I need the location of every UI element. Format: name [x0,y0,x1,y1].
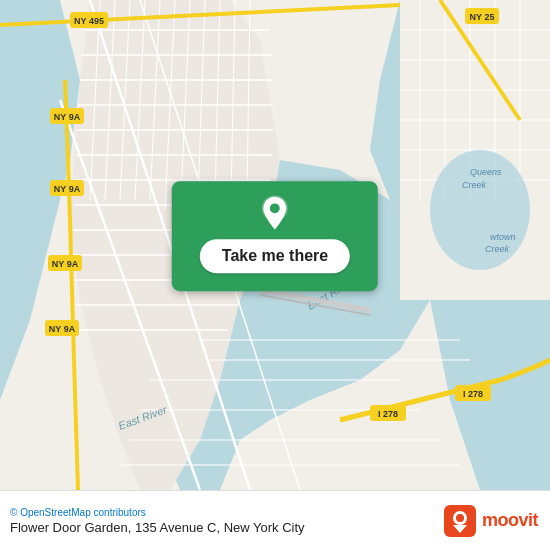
take-me-there-overlay: Take me there [172,181,378,291]
svg-text:I 278: I 278 [463,389,483,399]
svg-text:Creek: Creek [462,180,487,190]
svg-text:Creek: Creek [485,244,510,254]
svg-text:NY 9A: NY 9A [52,259,79,269]
moovit-logo: moovit [444,505,538,537]
location-info: © OpenStreetMap contributors Flower Door… [10,507,305,535]
svg-text:NY 495: NY 495 [74,16,104,26]
map-container: NY 495 NY 9A NY 9A NY 9A NY 9A NY 25 I 2… [0,0,550,490]
location-name: Flower Door Garden, 135 Avenue C, New Yo… [10,520,305,535]
moovit-text: moovit [482,510,538,531]
copyright-text: © OpenStreetMap contributors [10,507,305,518]
green-box: Take me there [172,181,378,291]
svg-text:NY 9A: NY 9A [54,184,81,194]
location-pin-icon [257,195,293,231]
moovit-icon [444,505,476,537]
svg-text:Queens: Queens [470,167,502,177]
svg-text:wtown: wtown [490,232,516,242]
svg-text:NY 9A: NY 9A [54,112,81,122]
take-me-there-button[interactable]: Take me there [200,239,350,273]
svg-text:NY 9A: NY 9A [49,324,76,334]
svg-point-76 [270,203,280,213]
svg-text:I 278: I 278 [378,409,398,419]
svg-text:NY 25: NY 25 [470,12,495,22]
svg-point-80 [456,514,464,522]
bottom-bar: © OpenStreetMap contributors Flower Door… [0,490,550,550]
